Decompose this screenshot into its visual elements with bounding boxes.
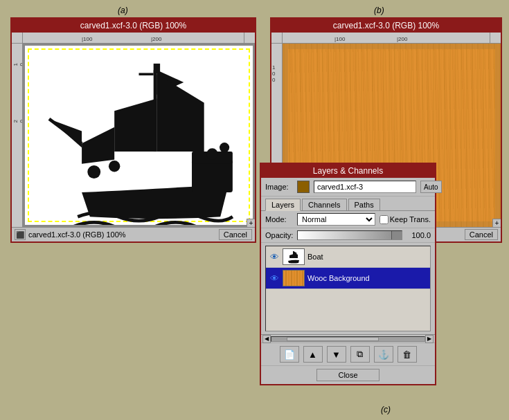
layer-name-boat: Boat	[307, 253, 427, 261]
keep-trans-checkbox[interactable]	[379, 215, 389, 224]
svg-rect-16	[283, 270, 304, 286]
label-a: (a)	[118, 6, 128, 15]
scroll-right-btn[interactable]: ▶	[425, 335, 434, 343]
layer-item-boat[interactable]: 👁 Boat	[266, 246, 430, 268]
anchor-layer-btn[interactable]: ⚓	[374, 346, 393, 363]
scrollbar-area: ◀ ▶	[261, 334, 435, 343]
eye-icon-wood[interactable]: 👁	[269, 273, 280, 284]
status-a: carved1.xcf-3.0 (RGB) 100%	[28, 230, 216, 239]
scrollbar-thumb[interactable]	[287, 337, 379, 341]
tab-paths[interactable]: Paths	[348, 199, 380, 210]
layers-panel-title: Layers & Channels	[261, 164, 435, 178]
tab-channels[interactable]: Channels	[302, 199, 346, 210]
opacity-slider[interactable]	[297, 230, 402, 240]
delete-layer-btn[interactable]: 🗑	[398, 346, 417, 363]
image-input[interactable]	[314, 181, 416, 193]
opacity-label: Opacity:	[265, 231, 293, 239]
layers-list: 👁 Boat 👁	[265, 246, 431, 331]
image-label: Image:	[265, 183, 293, 191]
layer-name-wood: Wooc Background	[307, 274, 427, 282]
ruler-corner-b	[271, 33, 283, 44]
layers-empty-area	[266, 289, 430, 331]
nav-area-a: ⬛ carved1.xcf-3.0 (RGB) 100% Cancel	[12, 227, 255, 241]
svg-point-8	[206, 148, 217, 159]
new-layer-btn[interactable]: 📄	[280, 346, 299, 363]
svg-rect-2	[154, 64, 160, 73]
canvas-a: +	[23, 44, 255, 227]
keep-trans-label[interactable]: Keep Trans.	[379, 215, 431, 224]
opacity-value: 100.0	[407, 231, 431, 239]
svg-point-7	[109, 161, 120, 172]
scroll-left-btn[interactable]: ◀	[262, 335, 271, 343]
duplicate-layer-btn[interactable]: ⧉	[350, 346, 370, 363]
layer-item-wood[interactable]: 👁 Wooc Background	[266, 268, 430, 289]
label-c: (c)	[381, 405, 391, 414]
window-a-title: carved1.xcf-3.0 (RGB) 100%	[12, 19, 255, 33]
mode-row: Mode: Normal Keep Trans.	[261, 210, 435, 228]
cancel-btn-a[interactable]: Cancel	[219, 229, 252, 240]
eye-icon-boat[interactable]: 👁	[269, 251, 280, 262]
layers-panel: Layers & Channels Image: Auto Layers Cha…	[260, 163, 436, 385]
mode-select[interactable]: Normal	[297, 213, 375, 226]
close-row: Close	[261, 365, 435, 384]
layer-down-btn[interactable]: ▼	[327, 346, 346, 363]
tab-layers[interactable]: Layers	[265, 199, 301, 211]
label-b: (b)	[374, 6, 384, 15]
panel-toolbar: 📄 ▲ ▼ ⧉ ⚓ 🗑	[261, 343, 435, 365]
image-thumb	[297, 181, 310, 193]
layer-thumb-boat-svg	[284, 250, 303, 264]
ruler-h-a: |100 |200	[23, 33, 255, 44]
opacity-row: Opacity: 100.0	[261, 228, 435, 243]
cancel-btn-b[interactable]: Cancel	[465, 229, 498, 240]
nav-icon-a[interactable]: ⬛	[15, 229, 26, 240]
close-btn[interactable]: Close	[316, 369, 379, 381]
layer-thumb-wood-svg	[283, 270, 304, 286]
image-row: Image: Auto	[261, 178, 435, 197]
ruler-corner-a	[12, 33, 23, 44]
ruler-h-b: |100 |200	[283, 33, 501, 44]
ruler-v-a: 100 200	[12, 44, 23, 227]
svg-point-6	[87, 165, 100, 179]
svg-rect-3	[192, 160, 233, 192]
auto-btn[interactable]: Auto	[420, 181, 442, 193]
layer-thumb-wood	[283, 270, 305, 286]
scrollbar-track[interactable]	[271, 336, 425, 342]
tabs-row: Layers Channels Paths	[261, 197, 435, 210]
layer-thumb-boat	[283, 248, 305, 265]
mode-label: Mode:	[265, 215, 293, 223]
svg-point-9	[220, 143, 229, 152]
ship-image	[25, 46, 253, 225]
window-a: carved1.xcf-3.0 (RGB) 100% |100 |200 100…	[10, 17, 256, 243]
window-b-title: carved1.xcf-3.0 (RGB) 100%	[271, 19, 501, 33]
layer-up-btn[interactable]: ▲	[303, 346, 323, 363]
